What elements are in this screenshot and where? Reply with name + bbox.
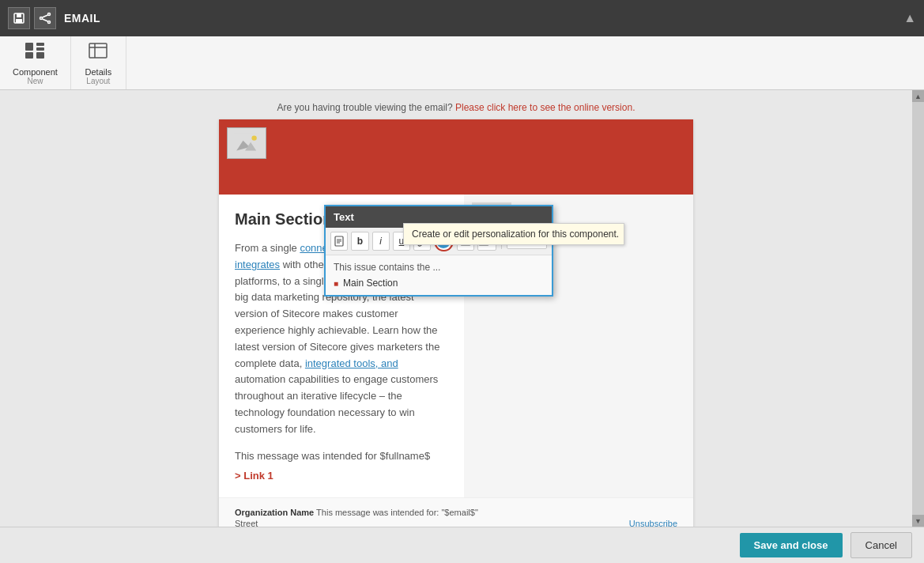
svg-line-7	[43, 19, 48, 21]
svg-point-5	[48, 21, 51, 24]
svg-rect-9	[36, 43, 44, 46]
editor-icon-doc[interactable]	[330, 232, 348, 251]
svg-line-6	[43, 15, 48, 17]
text-editor-content: This issue contains the ... ■ Main Secti…	[326, 255, 552, 295]
details-sub: Layout	[86, 77, 110, 85]
collapse-icon[interactable]: ▲	[903, 11, 916, 25]
email-preview[interactable]: Are you having trouble viewing the email…	[0, 90, 912, 527]
svg-point-4	[48, 13, 51, 16]
footer-org: Organization Name	[235, 508, 314, 517]
email-link1[interactable]: > Link 1	[235, 470, 448, 482]
save-icon[interactable]	[8, 7, 30, 29]
text-editor-popup: Text b i u	[324, 205, 553, 297]
footer-row-1: Organization Name This message was inten…	[235, 508, 677, 517]
component-icon	[24, 41, 46, 65]
footer-intended-text: This message was intended for: "$email$"	[316, 508, 478, 517]
bold-button[interactable]: b	[351, 232, 368, 251]
component-label: Component	[13, 67, 58, 77]
header-image	[227, 127, 266, 159]
email-intended: This message was intended for $fullname$	[235, 450, 448, 462]
share-icon[interactable]	[34, 7, 56, 29]
footer-street: Street	[235, 519, 258, 527]
personalization-tooltip: Create or edit personalization for this …	[403, 223, 624, 245]
content-preview-text: This issue contains the ...	[334, 262, 544, 273]
ribbon-details[interactable]: Details Layout	[71, 36, 126, 89]
email-container: Main Section From a single connected pla…	[219, 119, 693, 527]
save-close-button[interactable]: Save and close	[740, 533, 843, 557]
svg-rect-12	[36, 52, 44, 59]
email-header	[219, 119, 693, 195]
svg-rect-1	[17, 13, 21, 17]
top-bar: EMAIL ▲	[0, 0, 924, 36]
page-title: EMAIL	[64, 12, 903, 25]
right-scrollbar[interactable]: ▲ ▼	[912, 90, 924, 527]
italic-button[interactable]: i	[372, 232, 390, 251]
svg-rect-2	[16, 19, 22, 23]
svg-point-3	[40, 17, 43, 20]
trouble-bar: Are you having trouble viewing the email…	[16, 98, 896, 119]
ribbon-component[interactable]: Component New	[0, 36, 71, 89]
ribbon: Component New Details Layout	[0, 36, 924, 90]
main-area: Are you having trouble viewing the email…	[0, 90, 924, 527]
bullet-item: ■ Main Section	[334, 278, 544, 289]
scroll-down[interactable]: ▼	[912, 515, 924, 527]
footer-row-street: Street Unsubscribe	[235, 519, 677, 527]
svg-rect-10	[36, 47, 44, 51]
trouble-link[interactable]: Please click here to see the online vers…	[455, 102, 635, 113]
bullet-text: Main Section	[343, 278, 398, 289]
details-label: Details	[85, 67, 112, 77]
bottom-bar: Save and close Cancel	[0, 527, 924, 563]
cancel-button[interactable]: Cancel	[850, 532, 912, 558]
scroll-up[interactable]: ▲	[912, 90, 924, 102]
svg-rect-13	[89, 43, 107, 58]
svg-point-19	[251, 135, 256, 140]
details-icon	[87, 41, 109, 65]
footer-unsubscribe[interactable]: Unsubscribe	[629, 519, 677, 527]
component-sub: New	[27, 77, 43, 85]
svg-rect-8	[25, 43, 33, 51]
email-footer: Organization Name This message was inten…	[219, 497, 693, 527]
svg-rect-11	[25, 52, 33, 59]
